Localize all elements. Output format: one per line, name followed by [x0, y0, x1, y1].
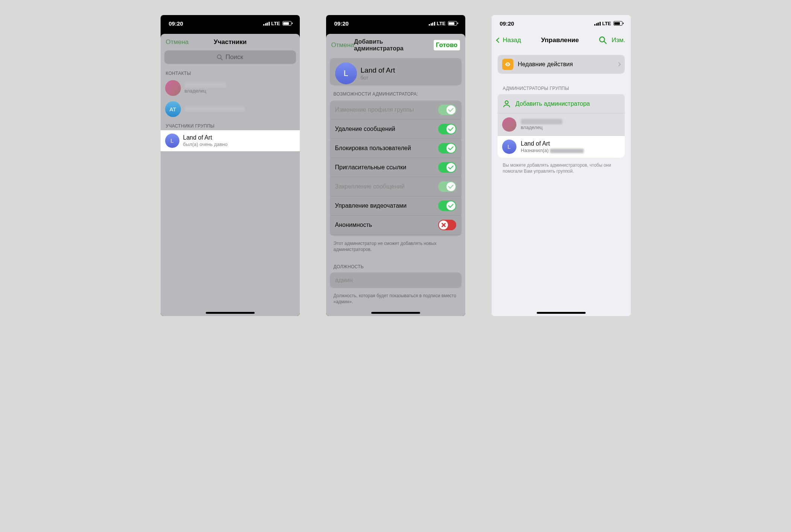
search-input[interactable]: Поиск: [164, 50, 296, 64]
role-header: ДОЛЖНОСТЬ: [326, 257, 465, 271]
check-icon: [448, 145, 454, 150]
permissions-list: Изменение профиля группыУдаление сообщен…: [330, 100, 462, 236]
permission-row: Управление видеочатами: [330, 196, 462, 216]
contact-name-redacted: [185, 82, 226, 88]
admin-row[interactable]: L Land of Art Назначил(а): [498, 136, 625, 158]
permission-label: Удаление сообщений: [335, 126, 395, 132]
contact-row[interactable]: владелец: [161, 78, 300, 99]
search-icon[interactable]: [599, 36, 607, 44]
eye-icon: [502, 59, 513, 70]
home-indicator[interactable]: [206, 312, 255, 314]
admins-footer: Вы можете добавлять администраторов, что…: [492, 159, 631, 177]
phone-screen-management: 09:20 LTE Назад Управление Изм. Недавние…: [492, 15, 631, 316]
permission-toggle[interactable]: [438, 143, 456, 154]
role-placeholder: админ: [335, 277, 353, 283]
phone-screen-participants: 09:20 LTE Отмена Участники Поиск КОНТАКТ…: [161, 15, 300, 316]
nav-title: Участники: [214, 38, 246, 46]
member-name: Land of Art: [183, 134, 295, 141]
svg-point-2: [600, 37, 604, 42]
permission-label: Пригласительные ссылки: [335, 164, 407, 171]
avatar: L: [165, 134, 179, 148]
status-right: LTE: [263, 21, 291, 26]
permissions-footer: Этот администратор не сможет добавлять н…: [326, 238, 465, 257]
check-icon: [448, 183, 454, 189]
admin-row[interactable]: владелец: [498, 114, 625, 136]
admins-header: АДМИНИСТРАТОРЫ ГРУППЫ: [492, 79, 631, 93]
home-indicator[interactable]: [371, 312, 420, 314]
contact-row[interactable]: AT: [161, 99, 300, 120]
avatar: AT: [165, 101, 181, 117]
nav-bar: Отмена Добавить администратора Готово: [326, 34, 465, 56]
permission-row: Блокировка пользователей: [330, 139, 462, 158]
permission-toggle[interactable]: [438, 201, 456, 211]
chevron-left-icon: [496, 38, 501, 43]
nav-title: Управление: [541, 36, 578, 44]
admin-name-redacted: [521, 119, 562, 124]
check-icon: [448, 164, 454, 170]
cancel-button[interactable]: Отмена: [166, 38, 189, 46]
nav-bar: Назад Управление Изм.: [492, 32, 631, 48]
permission-label: Анонимность: [335, 222, 372, 228]
edit-button[interactable]: Изм.: [612, 36, 625, 44]
add-admin-button[interactable]: Добавить администратора: [498, 94, 625, 114]
status-bar: 09:20 LTE: [326, 15, 465, 32]
permission-toggle[interactable]: [438, 162, 456, 173]
phone-screen-add-admin: 09:20 LTE Отмена Добавить администратора…: [326, 15, 465, 316]
permission-toggle[interactable]: [438, 124, 456, 134]
network-label: LTE: [437, 21, 446, 26]
permission-toggle: [438, 181, 456, 192]
nav-right: Изм.: [599, 36, 625, 44]
bot-avatar: L: [335, 62, 357, 84]
chevron-right-icon: [616, 62, 621, 66]
contact-sub: владелец: [185, 88, 295, 94]
status-right: LTE: [594, 21, 622, 26]
permission-row: Назначение администраторов: [330, 235, 462, 236]
back-button[interactable]: Назад: [497, 36, 521, 44]
modal-sheet: Отмена Участники Поиск КОНТАКТЫ владелец…: [161, 34, 300, 316]
permission-row: Удаление сообщений: [330, 120, 462, 139]
permissions-header: ВОЗМОЖНОСТИ АДМИНИСТРАТОРА:: [326, 88, 465, 98]
done-button[interactable]: Готово: [434, 40, 460, 50]
admin-sub-prefix: Назначил(а): [521, 147, 550, 153]
add-admin-label: Добавить администратора: [516, 100, 590, 107]
search-placeholder: Поиск: [225, 53, 243, 61]
svg-point-4: [505, 101, 508, 104]
cancel-button[interactable]: Отмена: [331, 41, 354, 49]
status-time: 09:20: [334, 20, 349, 27]
section-contacts-header: КОНТАКТЫ: [161, 67, 300, 78]
x-icon: [441, 222, 446, 228]
svg-point-0: [217, 55, 221, 58]
svg-line-3: [604, 41, 606, 44]
admin-name: Land of Art: [521, 140, 620, 147]
battery-icon: [613, 21, 622, 26]
bot-sub: бот: [361, 75, 456, 81]
user-plus-icon: [502, 99, 511, 108]
admin-sub: владелец: [521, 125, 620, 130]
recent-actions-row[interactable]: Недавние действия: [498, 55, 625, 74]
admin-assigner-redacted: [550, 149, 584, 153]
bot-card: L Land of Art бот: [330, 58, 462, 85]
contact-name-redacted: [185, 106, 245, 112]
screen-content: Назад Управление Изм. Недавние действия …: [492, 32, 631, 316]
avatar: [502, 117, 516, 132]
bot-row: L Land of Art бот: [330, 58, 462, 85]
network-label: LTE: [271, 21, 280, 26]
permission-toggle[interactable]: [438, 220, 456, 230]
role-input[interactable]: админ: [330, 272, 462, 288]
permission-toggle: [438, 105, 456, 115]
status-time: 09:20: [169, 20, 183, 27]
signal-icon: [594, 21, 601, 26]
status-bar: 09:20 LTE: [161, 15, 300, 32]
nav-title: Добавить администратора: [354, 38, 434, 52]
permission-row: Закрепление сообщений: [330, 177, 462, 196]
status-bar: 09:20 LTE: [492, 15, 631, 32]
check-icon: [448, 106, 454, 112]
signal-icon: [263, 21, 270, 26]
permission-row: Изменение профиля группы: [330, 100, 462, 120]
member-row[interactable]: L Land of Art был(а) очень давно: [161, 130, 300, 151]
home-indicator[interactable]: [537, 312, 586, 314]
check-icon: [448, 126, 454, 131]
bot-name: Land of Art: [361, 66, 456, 74]
admin-sub: Назначил(а): [521, 147, 620, 153]
avatar: L: [502, 140, 516, 154]
